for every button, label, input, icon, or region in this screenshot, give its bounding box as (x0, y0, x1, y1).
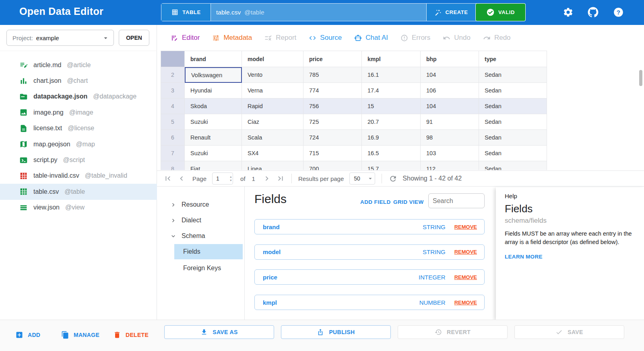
file-item-table-invalid.csv[interactable]: table-invalid.csv@table_invalid (0, 168, 157, 184)
tree-item-dialect[interactable]: Dialect (170, 213, 201, 228)
tree-item-schema[interactable]: Schema (170, 228, 205, 244)
cell-price-7[interactable]: 715 (303, 146, 362, 161)
toolbar-item-source[interactable]: Source (309, 34, 342, 42)
last-page-icon[interactable] (276, 174, 285, 183)
cell-bhp-8[interactable]: 112 (421, 161, 479, 170)
results-per-page-select[interactable]: 50 (349, 172, 375, 185)
cell-price-3[interactable]: 774 (303, 83, 362, 99)
cell-kmpl-5[interactable]: 20.7 (362, 114, 421, 130)
cell-kmpl-6[interactable]: 16.9 (362, 130, 421, 146)
file-item-chart.json[interactable]: chart.json@chart (0, 73, 157, 88)
file-item-script.py[interactable]: script.py@script (0, 152, 157, 168)
column-header-price[interactable]: price (303, 51, 362, 67)
delete-file-button[interactable]: DELETE (113, 327, 149, 343)
remove-field-button[interactable]: REMOVE (454, 300, 477, 306)
row-number[interactable]: 3 (161, 83, 185, 99)
toolbar-item-metadata[interactable]: Metadata (212, 34, 252, 42)
file-item-image.png[interactable]: image.png@image (0, 105, 157, 120)
column-header-model[interactable]: model (242, 51, 303, 67)
table-view-tab[interactable]: TABLE (161, 4, 211, 21)
file-path-bar[interactable]: table.csv @table (211, 4, 426, 21)
cell-price-2[interactable]: 785 (303, 67, 362, 83)
cell-type-4[interactable]: Sedan (479, 99, 547, 114)
field-card-model[interactable]: modelSTRINGREMOVE (254, 244, 485, 260)
field-card-kmpl[interactable]: kmplNUMBERREMOVE (254, 295, 485, 310)
cell-type-3[interactable]: Sedan (479, 83, 547, 99)
file-item-table.csv[interactable]: table.csv@table (0, 184, 157, 199)
cell-brand-8[interactable]: Fiat (185, 161, 242, 170)
row-number[interactable]: 2 (161, 67, 185, 83)
field-card-brand[interactable]: brandSTRINGREMOVE (254, 219, 485, 234)
row-number[interactable]: 8 (161, 161, 185, 170)
cell-bhp-4[interactable]: 104 (421, 99, 479, 114)
file-item-datapackage.json[interactable]: datapackage.json@datapackage (0, 89, 157, 105)
column-header-bhp[interactable]: bhp (421, 51, 479, 67)
row-number[interactable]: 4 (161, 99, 185, 114)
toolbar-item-report[interactable]: Report (264, 34, 296, 42)
cell-brand-5[interactable]: Suzuki (185, 114, 242, 130)
page-increment-icon[interactable]: ▲ (229, 175, 232, 178)
cell-price-8[interactable]: 700 (303, 161, 362, 170)
tree-item-fields[interactable]: Fields (174, 244, 243, 259)
toolbar-item-chat-ai[interactable]: Chat AI (354, 34, 388, 42)
valid-status-button[interactable]: VALID (475, 3, 526, 21)
grid-view-button[interactable]: GRID VIEW (393, 199, 424, 205)
tree-item-foreign-keys[interactable]: Foreign Keys (174, 261, 243, 276)
cell-model-3[interactable]: Verna (242, 83, 303, 99)
tree-item-resource[interactable]: Resource (170, 197, 209, 212)
toolbar-item-undo[interactable]: Undo (443, 34, 471, 42)
add-file-button[interactable]: ADD (15, 327, 40, 343)
create-button[interactable]: CREATE (426, 4, 476, 21)
cell-model-2[interactable]: Vento (242, 67, 303, 83)
cell-type-2[interactable]: Sedan (479, 67, 547, 83)
learn-more-link[interactable]: LEARN MORE (505, 254, 543, 260)
file-item-license.txt[interactable]: license.txt@license (0, 121, 157, 136)
cell-model-7[interactable]: SX4 (242, 146, 303, 161)
manage-files-button[interactable]: MANAGE (61, 327, 99, 343)
cell-type-5[interactable]: Sedan (479, 114, 547, 130)
toolbar-item-editor[interactable]: Editor (171, 34, 200, 42)
cell-type-7[interactable]: Sedan (479, 146, 547, 161)
refresh-icon[interactable] (389, 174, 397, 183)
column-header-brand[interactable]: brand (185, 51, 242, 67)
cell-brand-7[interactable]: Suzuki (185, 146, 242, 161)
first-page-icon[interactable] (163, 174, 172, 183)
github-icon[interactable] (588, 7, 599, 18)
row-number[interactable]: 7 (161, 146, 185, 161)
cell-bhp-3[interactable]: 106 (421, 83, 479, 99)
column-header-type[interactable]: type (479, 51, 547, 67)
remove-field-button[interactable]: REMOVE (454, 224, 477, 230)
cell-model-8[interactable]: Linea (242, 161, 303, 170)
publish-button[interactable]: PUBLISH (281, 325, 391, 339)
cell-bhp-2[interactable]: 104 (421, 67, 479, 83)
cell-brand-2[interactable]: Volkswagen (185, 67, 242, 83)
cell-kmpl-8[interactable]: 15.7 (362, 161, 421, 170)
fields-search-input[interactable] (428, 193, 485, 208)
page-decrement-icon[interactable]: ▼ (229, 179, 232, 182)
row-number[interactable]: 5 (161, 114, 185, 130)
cell-brand-4[interactable]: Skoda (185, 99, 242, 114)
cell-brand-3[interactable]: Hyundai (185, 83, 242, 99)
cell-model-4[interactable]: Rapid (242, 99, 303, 114)
cell-kmpl-4[interactable]: 15 (362, 99, 421, 114)
row-number[interactable]: 6 (161, 130, 185, 146)
cell-price-5[interactable]: 725 (303, 114, 362, 130)
add-field-button[interactable]: ADD FIELD (360, 199, 391, 205)
cell-kmpl-3[interactable]: 17.4 (362, 83, 421, 99)
cell-price-6[interactable]: 724 (303, 130, 362, 146)
cell-brand-6[interactable]: Renault (185, 130, 242, 146)
next-page-icon[interactable] (262, 174, 271, 183)
toolbar-item-errors[interactable]: Errors (400, 34, 430, 42)
cell-model-5[interactable]: Ciaz (242, 114, 303, 130)
open-project-button[interactable]: OPEN (119, 30, 149, 46)
save-button[interactable]: SAVE (514, 325, 624, 339)
cell-bhp-6[interactable]: 98 (421, 130, 479, 146)
previous-page-icon[interactable] (177, 174, 186, 183)
cell-model-6[interactable]: Scala (242, 130, 303, 146)
cell-bhp-7[interactable]: 103 (421, 146, 479, 161)
settings-gear-icon[interactable] (563, 7, 574, 18)
cell-type-8[interactable]: Sedan (479, 161, 547, 170)
file-item-article.md[interactable]: article.md@article (0, 57, 157, 73)
field-card-price[interactable]: priceINTEGERREMOVE (254, 269, 485, 285)
cell-price-4[interactable]: 756 (303, 99, 362, 114)
